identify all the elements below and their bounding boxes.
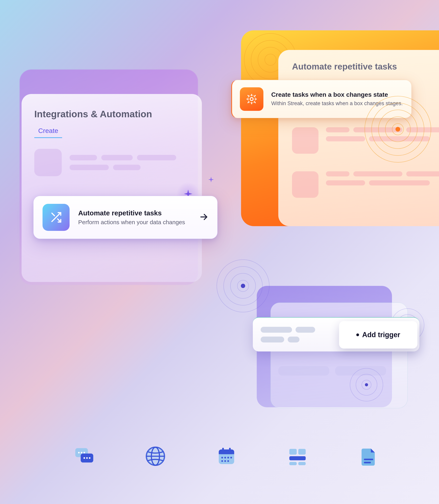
svg-rect-17 <box>219 452 234 454</box>
svg-point-6 <box>86 457 88 459</box>
placeholder-line <box>288 337 299 342</box>
svg-point-20 <box>221 457 223 458</box>
bullet-icon <box>356 333 359 336</box>
placeholder-thumb <box>34 149 62 176</box>
svg-point-9 <box>81 452 82 454</box>
placeholder-line <box>261 337 284 342</box>
placeholder-block <box>335 366 386 375</box>
automate-card-subtitle: Perform actions when your data changes <box>78 219 191 226</box>
placeholder-line <box>137 155 176 160</box>
gear-icon <box>240 87 263 111</box>
placeholder-line <box>295 327 315 333</box>
placeholder-thumb <box>292 171 318 198</box>
placeholder-line <box>113 165 141 170</box>
chat-icon <box>73 445 96 468</box>
tab-create[interactable]: Create <box>34 127 62 138</box>
svg-point-7 <box>89 457 90 459</box>
svg-rect-27 <box>289 449 297 455</box>
create-tasks-card[interactable]: Create tasks when a box changes state Wi… <box>231 80 412 118</box>
feature-icon-row <box>73 445 380 468</box>
add-trigger-label: Add trigger <box>362 331 400 339</box>
orange-panel: Automate repetitive tasks <box>278 50 439 226</box>
svg-point-23 <box>230 457 232 458</box>
placeholder-list-item <box>34 149 189 176</box>
svg-rect-31 <box>298 462 306 465</box>
svg-rect-30 <box>289 462 297 465</box>
placeholder-thumb <box>292 127 318 154</box>
placeholder-row <box>278 366 386 375</box>
svg-point-8 <box>78 452 80 454</box>
grid-icon <box>286 445 309 468</box>
automate-card-title: Automate repetitive tasks <box>78 209 191 217</box>
placeholder-line <box>406 171 439 176</box>
svg-rect-29 <box>289 456 305 460</box>
calendar-icon <box>215 445 238 468</box>
svg-point-2 <box>248 95 256 103</box>
placeholder-lines <box>70 155 176 170</box>
placeholder-line <box>326 136 365 141</box>
placeholder-list-item <box>292 171 439 198</box>
svg-rect-18 <box>222 448 224 451</box>
placeholder-line <box>369 136 430 141</box>
placeholder-line <box>70 155 97 160</box>
svg-point-21 <box>224 457 226 458</box>
svg-point-22 <box>227 457 229 458</box>
placeholder-line <box>369 180 430 186</box>
svg-rect-32 <box>364 458 373 460</box>
placeholder-line <box>326 127 349 132</box>
svg-point-10 <box>84 452 85 454</box>
sparkle-icon <box>208 176 214 184</box>
integrations-title: Integrations & Automation <box>34 109 189 119</box>
svg-point-25 <box>224 460 226 462</box>
document-icon <box>357 445 380 468</box>
placeholder-block <box>278 366 329 375</box>
svg-point-1 <box>250 97 253 100</box>
svg-point-26 <box>227 460 229 462</box>
automate-tasks-card[interactable]: Automate repetitive tasks Perform action… <box>33 196 218 239</box>
placeholder-line <box>101 155 133 160</box>
svg-rect-19 <box>229 448 231 451</box>
placeholder-line <box>353 127 402 132</box>
placeholder-line <box>70 165 109 170</box>
arrow-right-icon <box>199 212 208 222</box>
integrations-tabs: Create <box>34 127 189 138</box>
placeholder-line <box>261 327 292 333</box>
placeholder-line <box>326 171 349 176</box>
orange-panel-title: Automate repetitive tasks <box>292 62 439 71</box>
shuffle-icon <box>43 204 70 231</box>
svg-rect-28 <box>298 449 306 455</box>
placeholder-line <box>406 127 439 132</box>
add-trigger-button[interactable]: Add trigger <box>339 321 417 349</box>
svg-point-5 <box>84 457 85 459</box>
placeholder-line <box>326 180 365 186</box>
svg-rect-33 <box>364 462 371 463</box>
placeholder-list-item <box>292 127 439 154</box>
integrations-panel: Integrations & Automation Create <box>22 94 202 282</box>
svg-point-24 <box>221 460 223 462</box>
create-tasks-subtitle: Within Streak, create tasks when a box c… <box>271 100 403 107</box>
globe-icon <box>144 445 167 468</box>
create-tasks-title: Create tasks when a box changes state <box>271 91 403 98</box>
placeholder-line <box>353 171 402 176</box>
